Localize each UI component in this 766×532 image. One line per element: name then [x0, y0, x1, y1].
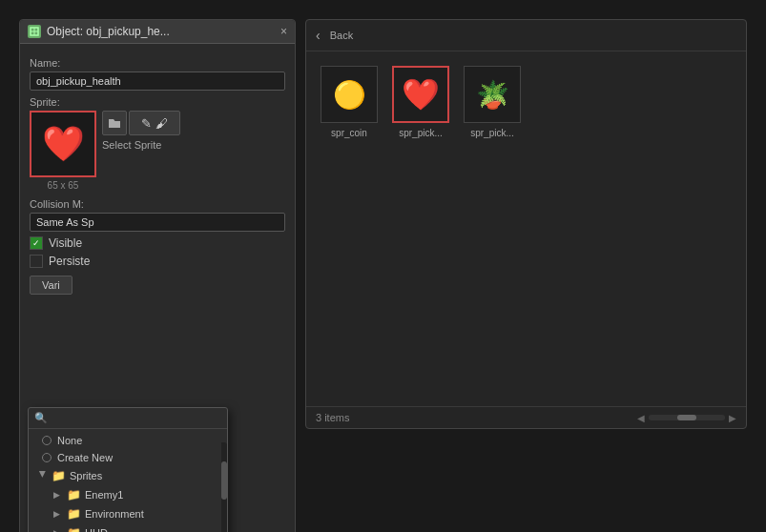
visible-row: ✓ Visible	[30, 236, 285, 250]
object-properties-panel: Object: obj_pickup_he... × Name: Sprite:…	[19, 19, 296, 532]
persist-row: Persiste	[30, 255, 285, 268]
enemy1-label: Enemy1	[85, 489, 123, 501]
spr-pickup-pot-thumb[interactable]: 🪴 spr_pick...	[464, 66, 521, 138]
selector-scrollbar-thumb	[221, 461, 227, 500]
browser-toolbar: ‹ Back	[306, 20, 746, 51]
vari-button[interactable]: Vari	[30, 276, 72, 295]
sprite-label: Sprite:	[30, 96, 285, 108]
sprites-folder-label: Sprites	[70, 470, 102, 481]
scroll-left-arrow[interactable]: ◀	[637, 413, 645, 423]
sprites-root-folder[interactable]: ▶ 📁 Sprites ▶ 📁 Enemy1	[29, 466, 227, 532]
spr-pickup-health-thumb-box: ❤️	[392, 66, 449, 123]
spr-pickup-health-thumb-label: spr_pick...	[399, 128, 443, 138]
sprite-heart-icon: ❤️	[42, 127, 85, 161]
collision-label: Collision M:	[30, 198, 285, 210]
hud-arrow: ▶	[53, 528, 63, 532]
spr-pickup-pot-thumb-label: spr_pick...	[470, 128, 514, 138]
sprites-folder-icon: 📁	[52, 469, 66, 482]
hud-folder-row[interactable]: ▶ 📁 HUD	[44, 523, 227, 532]
spr-pickup-health-emoji: ❤️	[402, 76, 440, 113]
selector-search-bar: 🔍	[29, 408, 227, 429]
title-left: Object: obj_pickup_he...	[28, 25, 170, 38]
panel-body: Name: Sprite: ❤️ 65 x 65	[20, 44, 295, 302]
spr-pickup-pot-thumb-box: 🪴	[464, 66, 521, 123]
visible-checkbox[interactable]: ✓	[30, 236, 43, 250]
hud-label: HUD	[85, 527, 108, 532]
object-icon	[28, 25, 41, 38]
collision-input[interactable]	[30, 213, 285, 232]
visible-label: Visible	[49, 236, 82, 250]
scroll-track[interactable]	[649, 415, 725, 420]
selector-scrollbar[interactable]	[221, 442, 227, 532]
create-new-label: Create New	[57, 452, 113, 463]
enemy1-arrow: ▶	[53, 490, 63, 500]
name-input[interactable]	[30, 72, 285, 91]
hud-folder-icon: 📁	[67, 526, 81, 532]
back-label: Back	[330, 30, 353, 41]
sprite-preview[interactable]: ❤️	[30, 111, 96, 177]
spr-coin-thumb-label: spr_coin	[331, 128, 367, 138]
create-new-radio	[42, 453, 52, 462]
none-option[interactable]: None	[29, 432, 227, 449]
spr-coin-thumb-box: 🟡	[321, 66, 378, 123]
sprite-dims: 65 x 65	[30, 180, 96, 191]
spr-coin-emoji: 🟡	[333, 79, 366, 111]
sprite-selector-dropdown: 🔍 None Create New ▶ 📁 Sprites	[28, 407, 228, 532]
enemy1-folder-icon: 📁	[67, 488, 81, 501]
selector-list: None Create New ▶ 📁 Sprites ▶	[29, 429, 227, 532]
sprite-folder-button[interactable]	[102, 111, 127, 135]
none-radio	[42, 436, 52, 445]
persist-checkbox[interactable]	[30, 255, 43, 268]
collision-section: Collision M:	[30, 198, 285, 232]
environment-folder[interactable]: ▶ 📁 Environment	[44, 504, 227, 523]
back-button[interactable]: ‹	[316, 28, 321, 43]
spr-coin-thumb[interactable]: 🟡 spr_coin	[321, 66, 378, 138]
create-new-option[interactable]: Create New	[29, 449, 227, 466]
sprite-section: Sprite: ❤️ 65 x 65	[30, 96, 285, 191]
environment-folder-row[interactable]: ▶ 📁 Environment	[44, 504, 227, 523]
sprite-browser-panel: ‹ Back 🟡 spr_coin ❤️ spr_pick... 🪴 spr_p…	[305, 19, 747, 429]
environment-label: Environment	[85, 508, 144, 520]
sprite-name-area: ✎ 🖌 Select Sprite	[102, 111, 285, 154]
sprite-edit-button[interactable]: ✎ 🖌	[129, 111, 180, 135]
scroll-bar-area: ◀ ▶	[637, 413, 736, 423]
scroll-right-arrow[interactable]: ▶	[729, 413, 736, 423]
environment-arrow: ▶	[53, 509, 63, 519]
sprites-arrow: ▶	[38, 471, 48, 481]
spr-pickup-health-thumb[interactable]: ❤️ spr_pick...	[392, 66, 449, 138]
browser-footer: 3 items ◀ ▶	[306, 406, 746, 428]
sprite-row: ❤️ 65 x 65 ✎ 🖌	[30, 111, 285, 191]
panel-title: Object: obj_pickup_he...	[47, 25, 170, 38]
select-sprite-label: Select Sprite	[102, 139, 285, 151]
browser-content: 🟡 spr_coin ❤️ spr_pick... 🪴 spr_pick...	[306, 51, 746, 406]
close-button[interactable]: ×	[280, 25, 287, 38]
scroll-thumb	[677, 415, 696, 420]
search-icon: 🔍	[34, 412, 48, 424]
none-label: None	[57, 435, 82, 446]
name-label: Name:	[30, 57, 285, 69]
hud-folder[interactable]: ▶ 📁 HUD	[44, 523, 227, 532]
sprites-children: ▶ 📁 Enemy1 ▶ 📁 Environment	[29, 485, 227, 532]
sprites-folder-row[interactable]: ▶ 📁 Sprites	[29, 466, 227, 485]
persist-label: Persiste	[49, 255, 90, 268]
environment-folder-icon: 📁	[67, 507, 81, 521]
panel-titlebar: Object: obj_pickup_he... ×	[20, 20, 295, 44]
enemy1-folder-row[interactable]: ▶ 📁 Enemy1	[44, 485, 227, 504]
enemy1-folder[interactable]: ▶ 📁 Enemy1	[44, 485, 227, 504]
items-count: 3 items	[316, 412, 349, 423]
search-input[interactable]	[52, 413, 221, 424]
spr-pickup-pot-emoji: 🪴	[476, 79, 509, 111]
